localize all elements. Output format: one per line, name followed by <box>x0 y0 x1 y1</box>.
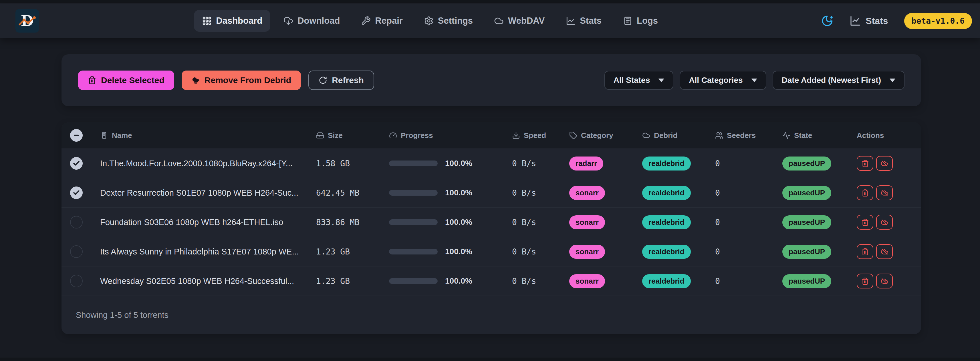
delete-torrent-button[interactable] <box>857 215 873 230</box>
delete-selected-button[interactable]: Delete Selected <box>78 71 174 90</box>
button-label: Remove From Debrid <box>205 75 291 85</box>
torrent-size: 833.86 MB <box>316 218 389 227</box>
line-chart-icon <box>566 16 576 26</box>
cloud-download-icon <box>283 16 293 26</box>
torrent-name: Dexter Resurrection S01E07 1080p WEB H26… <box>100 188 316 198</box>
row-actions <box>857 215 913 230</box>
state-filter[interactable]: All States <box>605 71 674 90</box>
progress-bar <box>389 219 438 225</box>
app-logo[interactable]: D <box>16 9 39 33</box>
row-checkbox[interactable] <box>70 245 83 258</box>
row-checkbox[interactable] <box>70 275 83 287</box>
tab-label: Download <box>298 16 340 26</box>
col-category: Category <box>569 131 642 140</box>
tab-label: Logs <box>637 16 658 26</box>
stats-label: Stats <box>865 16 888 26</box>
row-checkbox[interactable] <box>70 157 83 169</box>
version-badge: beta-v1.0.6 <box>904 13 972 29</box>
category-badge: sonarr <box>569 186 605 200</box>
category-filter[interactable]: All Categories <box>680 71 766 90</box>
filter-value: Date Added (Newest First) <box>782 76 881 85</box>
torrent-speed: 0 B/s <box>512 218 569 227</box>
debrid-badge: realdebrid <box>642 245 691 259</box>
tab-webdav[interactable]: WebDAV <box>486 10 553 32</box>
row-checkbox[interactable] <box>70 216 83 228</box>
nav-tabs: Dashboard Download Repair Settings <box>39 10 821 32</box>
logs-icon <box>623 16 632 26</box>
refresh-button[interactable]: Refresh <box>309 71 374 90</box>
tab-label: Stats <box>580 16 601 26</box>
cloud-off-icon <box>881 189 888 197</box>
filter-value: All States <box>614 76 650 85</box>
debrid-badge: realdebrid <box>642 157 691 171</box>
cloud-off-icon <box>881 277 888 285</box>
remove-debrid-button[interactable] <box>876 244 893 259</box>
torrent-seeders: 0 <box>715 277 782 286</box>
tab-label: Repair <box>375 16 402 26</box>
row-actions <box>857 244 913 259</box>
trash-icon <box>861 277 869 285</box>
chevron-down-icon <box>659 79 664 82</box>
wrench-icon <box>361 16 371 26</box>
select-all-checkbox[interactable] <box>70 129 83 142</box>
tab-logs[interactable]: Logs <box>615 10 666 32</box>
category-badge: sonarr <box>569 274 605 288</box>
tab-download[interactable]: Download <box>275 10 348 32</box>
cloud-off-icon <box>881 160 888 167</box>
nav-right: Stats beta-v1.0.6 <box>821 13 974 29</box>
debrid-badge: realdebrid <box>642 186 691 200</box>
delete-torrent-button[interactable] <box>857 185 873 200</box>
grid-icon <box>202 16 212 26</box>
remove-debrid-button[interactable] <box>876 215 893 230</box>
table-row: Its Always Sunny in Philadelphia S17E07 … <box>62 237 921 266</box>
theme-toggle-button[interactable] <box>821 14 834 27</box>
tab-label: Settings <box>438 16 473 26</box>
torrent-size: 642.45 MB <box>316 188 389 198</box>
torrent-name: Its Always Sunny in Philadelphia S17E07 … <box>100 247 316 256</box>
activity-icon <box>782 131 790 139</box>
progress-percent: 100.0% <box>445 188 472 197</box>
table-row: Foundation S03E06 1080p WEB h264-ETHEL.i… <box>62 207 921 237</box>
button-label: Delete Selected <box>101 75 164 85</box>
torrent-seeders: 0 <box>715 188 782 198</box>
row-checkbox[interactable] <box>70 187 83 199</box>
torrent-speed: 0 B/s <box>512 188 569 198</box>
tag-icon <box>569 131 577 139</box>
remove-debrid-button[interactable] <box>876 274 893 288</box>
row-actions <box>857 274 913 288</box>
cloud-icon <box>642 131 650 139</box>
tab-settings[interactable]: Settings <box>416 10 481 32</box>
tab-dashboard[interactable]: Dashboard <box>194 10 270 32</box>
row-actions <box>857 185 913 200</box>
cloud-off-icon <box>881 248 888 256</box>
sort-filter[interactable]: Date Added (Newest First) <box>773 71 904 90</box>
chevron-down-icon <box>889 79 895 82</box>
torrent-seeders: 0 <box>715 159 782 168</box>
cloud-remove-icon <box>191 76 200 84</box>
remove-debrid-button[interactable] <box>876 156 893 171</box>
remove-from-debrid-button[interactable]: Remove From Debrid <box>181 71 301 90</box>
tab-stats[interactable]: Stats <box>558 10 609 32</box>
cloud-icon <box>494 16 504 26</box>
toolbar-card: Delete Selected Remove From Debrid Refre… <box>62 54 921 106</box>
trash-icon <box>861 248 869 256</box>
stats-link[interactable]: Stats <box>850 15 888 27</box>
tab-repair[interactable]: Repair <box>353 10 410 32</box>
progress-bar <box>389 160 438 166</box>
check-icon <box>73 189 80 196</box>
progress-cell: 100.0% <box>389 247 512 256</box>
state-badge: pausedUP <box>782 245 831 259</box>
torrent-name: Wednesday S02E05 1080p WEB H264-Successf… <box>100 277 316 286</box>
delete-torrent-button[interactable] <box>857 244 873 259</box>
torrent-speed: 0 B/s <box>512 159 569 168</box>
line-chart-icon <box>850 15 861 27</box>
delete-torrent-button[interactable] <box>857 156 873 171</box>
refresh-icon <box>319 76 327 84</box>
torrent-speed: 0 B/s <box>512 277 569 286</box>
delete-torrent-button[interactable] <box>857 274 873 288</box>
state-badge: pausedUP <box>782 215 831 230</box>
state-badge: pausedUP <box>782 274 831 288</box>
progress-bar <box>389 190 438 196</box>
remove-debrid-button[interactable] <box>876 185 893 200</box>
download-icon <box>512 131 520 139</box>
